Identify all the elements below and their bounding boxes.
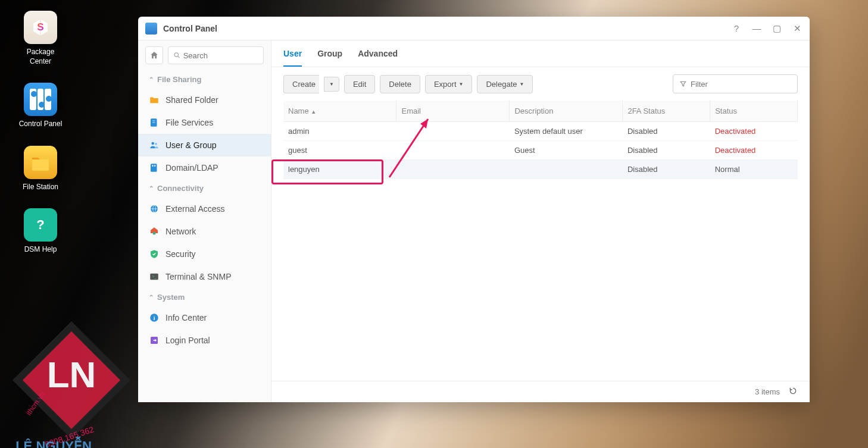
svg-text:>_: >_ — [152, 274, 157, 279]
col-name[interactable]: Name ▲ — [283, 101, 396, 122]
home-icon — [149, 51, 159, 60]
col-email[interactable]: Email — [396, 101, 510, 122]
globe-icon — [149, 203, 160, 214]
control-panel-window: Control Panel ? — ▢ ✕ ⌃File Sharing Shar… — [138, 17, 810, 402]
svg-point-2 — [174, 53, 178, 57]
chevron-down-icon: ⌃ — [149, 294, 154, 300]
terminal-icon: >_ — [149, 271, 160, 282]
category-system[interactable]: ⌃System — [138, 288, 271, 306]
svg-rect-11 — [154, 165, 155, 167]
sidebar-item-network[interactable]: Network — [138, 220, 271, 243]
control-panel-icon — [24, 83, 57, 116]
tabs: User Group Advanced — [271, 40, 810, 67]
file-station-icon — [24, 146, 57, 179]
content-area: User Group Advanced Create ▼ Edit Delete… — [271, 40, 810, 402]
help-button[interactable]: ? — [731, 23, 742, 34]
desktop-icon-label: File Station — [23, 183, 58, 192]
tab-group[interactable]: Group — [317, 49, 342, 67]
table-row[interactable]: lenguyen Disabled Normal — [283, 160, 798, 179]
table-row[interactable]: admin System default user Disabled Deact… — [283, 122, 798, 141]
desktop-icon-control-panel[interactable]: Control Panel — [11, 83, 70, 129]
desktop-icons: S PackageCenter Control Panel File Stati… — [11, 11, 70, 255]
svg-point-7 — [152, 142, 155, 145]
create-dropdown[interactable]: ▼ — [324, 77, 339, 92]
sidebar: ⌃File Sharing Shared Folder File Service… — [138, 40, 271, 402]
domain-icon — [149, 162, 160, 173]
edit-button[interactable]: Edit — [344, 75, 375, 93]
create-button[interactable]: Create — [283, 75, 319, 93]
category-file-sharing[interactable]: ⌃File Sharing — [138, 70, 271, 89]
delegate-button[interactable]: Delegate ▼ — [477, 75, 533, 93]
sidebar-item-shared-folder[interactable]: Shared Folder — [138, 89, 271, 111]
col-status[interactable]: Status — [710, 101, 798, 122]
export-button[interactable]: Export ▼ — [425, 75, 473, 93]
svg-line-3 — [178, 57, 180, 58]
network-icon — [149, 226, 160, 237]
sidebar-item-external-access[interactable]: External Access — [138, 198, 271, 220]
sidebar-item-info-center[interactable]: iInfo Center — [138, 306, 271, 329]
desktop-icon-package-center[interactable]: S PackageCenter — [11, 11, 70, 66]
package-center-icon: S — [24, 11, 57, 44]
dsm-help-icon: ? — [24, 208, 57, 242]
sidebar-item-domain-ldap[interactable]: Domain/LDAP — [138, 156, 271, 179]
close-button[interactable]: ✕ — [792, 23, 803, 34]
tab-advanced[interactable]: Advanced — [358, 49, 398, 67]
table-row[interactable]: guest Guest Disabled Deactivated — [283, 141, 798, 160]
svg-text:S: S — [37, 21, 43, 33]
refresh-button[interactable] — [788, 386, 798, 397]
login-icon — [149, 335, 160, 346]
svg-rect-15 — [153, 232, 156, 235]
chevron-down-icon: ▼ — [459, 82, 464, 87]
sidebar-item-user-group[interactable]: User & Group — [138, 134, 271, 156]
filter-icon — [679, 80, 687, 88]
footer: 3 items — [271, 381, 810, 402]
file-services-icon — [149, 117, 160, 128]
titlebar: Control Panel ? — ▢ ✕ — [138, 17, 810, 40]
toolbar: Create ▼ Edit Delete Export ▼ Delegate ▼ — [271, 67, 810, 101]
col-description[interactable]: Description — [510, 101, 623, 122]
folder-icon — [149, 95, 160, 105]
desktop-icon-label: PackageCenter — [27, 48, 55, 66]
svg-point-8 — [155, 143, 157, 145]
sidebar-item-security[interactable]: Security — [138, 243, 271, 265]
filter-box[interactable] — [673, 74, 798, 93]
minimize-button[interactable]: — — [751, 23, 762, 34]
tab-user[interactable]: User — [283, 49, 302, 67]
search-icon — [173, 51, 181, 59]
svg-text:i: i — [154, 315, 155, 321]
chevron-down-icon: ⌃ — [149, 185, 154, 192]
chevron-down-icon: ⌃ — [149, 76, 154, 83]
info-icon: i — [149, 312, 160, 323]
desktop-icon-file-station[interactable]: File Station — [11, 146, 70, 192]
sidebar-item-file-services[interactable]: File Services — [138, 111, 271, 134]
window-title: Control Panel — [163, 24, 217, 33]
sort-asc-icon: ▲ — [311, 109, 316, 115]
chevron-down-icon: ▼ — [329, 82, 334, 87]
col-2fa[interactable]: 2FA Status — [623, 101, 710, 122]
chevron-down-icon: ▼ — [519, 82, 524, 87]
users-table: Name ▲ Email Description 2FA Status Stat… — [271, 101, 810, 381]
search-input[interactable] — [181, 51, 258, 60]
desktop-icon-label: Control Panel — [19, 120, 63, 129]
maximize-button[interactable]: ▢ — [772, 23, 782, 34]
svg-rect-9 — [151, 164, 157, 172]
user-group-icon — [149, 140, 160, 151]
sidebar-item-terminal[interactable]: >_Terminal & SNMP — [138, 265, 271, 288]
category-connectivity[interactable]: ⌃Connectivity — [138, 179, 271, 198]
watermark: LN 0908.165 362 ithcm.vn LÊ NGUYỄN — [0, 321, 143, 448]
filter-input[interactable] — [687, 80, 791, 89]
shield-icon — [149, 249, 160, 259]
svg-rect-10 — [152, 165, 153, 167]
sidebar-search[interactable] — [168, 46, 264, 64]
refresh-icon — [788, 386, 798, 396]
desktop-icon-dsm-help[interactable]: ? DSM Help — [11, 208, 70, 255]
svg-text:?: ? — [36, 217, 44, 232]
item-count: 3 items — [755, 387, 780, 396]
svg-text:LN: LN — [47, 354, 96, 395]
desktop-icon-label: DSM Help — [24, 245, 57, 255]
app-icon — [145, 23, 157, 35]
delete-button[interactable]: Delete — [380, 75, 420, 93]
home-button[interactable] — [145, 46, 163, 64]
sidebar-item-login-portal[interactable]: Login Portal — [138, 329, 271, 352]
